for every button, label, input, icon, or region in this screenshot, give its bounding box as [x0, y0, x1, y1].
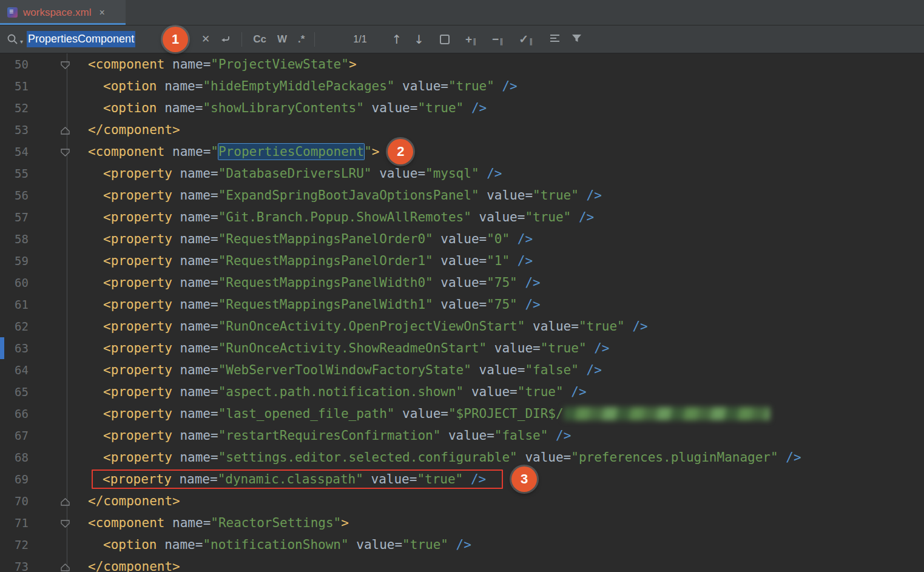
- code-line[interactable]: 51<option name="hideEmptyMiddlePackages"…: [0, 75, 924, 97]
- code-text: <property name="RequestMappingsPanelOrde…: [88, 228, 533, 250]
- code-line[interactable]: 69<property name="dynamic.classpath" val…: [0, 468, 924, 490]
- code-line[interactable]: 57<property name="Git.Branch.Popup.ShowA…: [0, 206, 924, 228]
- line-number: 70: [0, 490, 29, 512]
- fold-gutter: [29, 184, 88, 206]
- line-number: 66: [0, 403, 29, 425]
- code-text: <property name="ExpandSpringBootJavaOpti…: [88, 184, 602, 206]
- remove-occurrence-icon[interactable]: −∥: [492, 33, 503, 46]
- fold-gutter: [29, 337, 88, 359]
- code-line[interactable]: 68<property name="settings.editor.select…: [0, 446, 924, 468]
- code-line[interactable]: 66<property name="last_opened_file_path"…: [0, 403, 924, 425]
- line-number: 68: [0, 446, 29, 468]
- select-all-occurrences-icon[interactable]: ✓∥: [519, 32, 533, 46]
- code-line[interactable]: 56<property name="ExpandSpringBootJavaOp…: [0, 184, 924, 206]
- code-text: <property name="Git.Branch.Popup.ShowAll…: [88, 206, 594, 228]
- code-line[interactable]: 70</component>: [0, 490, 924, 512]
- fold-gutter: [29, 228, 88, 250]
- tab-workspace-xml[interactable]: workspace.xml ×: [0, 0, 126, 25]
- fold-gutter: [29, 75, 88, 97]
- search-input[interactable]: PropertiesComponent: [27, 31, 155, 47]
- code-line[interactable]: 61<property name="RequestMappingsPanelWi…: [0, 294, 924, 315]
- line-number: 54: [0, 141, 29, 163]
- fold-gutter: [29, 294, 88, 315]
- code-line[interactable]: 72<option name="notificationShown" value…: [0, 534, 924, 556]
- code-text: <property name="aspect.path.notification…: [88, 381, 587, 403]
- code-line[interactable]: 50<component name="ProjectViewState">: [0, 53, 924, 75]
- fold-marker-end[interactable]: [61, 126, 70, 133]
- line-number: 69: [0, 468, 29, 490]
- search-icon[interactable]: ▾: [6, 33, 23, 46]
- code-line[interactable]: 60<property name="RequestMappingsPanelWi…: [0, 272, 924, 294]
- code-text: <property name="DatabaseDriversLRU" valu…: [88, 163, 502, 184]
- editor-tab-bar: workspace.xml ×: [0, 0, 924, 25]
- code-line[interactable]: 58<property name="RequestMappingsPanelOr…: [0, 228, 924, 250]
- clear-search-icon[interactable]: ✕: [201, 33, 210, 45]
- fold-gutter: [29, 315, 88, 337]
- whole-words-toggle[interactable]: W: [277, 33, 287, 45]
- tab-title: workspace.xml: [23, 7, 91, 19]
- code-text: <component name="ProjectViewState">: [88, 53, 357, 75]
- annotation-badge-2: 2: [388, 139, 413, 164]
- line-number: 53: [0, 119, 29, 141]
- fold-gutter: [29, 53, 88, 75]
- code-line[interactable]: 71<component name="ReactorSettings">: [0, 512, 924, 534]
- line-number: 72: [0, 534, 29, 556]
- code-line[interactable]: 59<property name="RequestMappingsPanelOr…: [0, 250, 924, 272]
- regex-toggle[interactable]: .*: [298, 33, 305, 45]
- match-case-toggle[interactable]: Cc: [253, 33, 266, 45]
- find-bar: ▾ PropertiesComponent 1 ✕ Cc W .* 1/1 ↑ …: [0, 25, 924, 53]
- line-number: 59: [0, 250, 29, 272]
- code-text: <property name="RunOnceActivity.OpenProj…: [88, 315, 648, 337]
- code-text: <option name="notificationShown" value="…: [88, 534, 471, 556]
- code-line[interactable]: 55<property name="DatabaseDriversLRU" va…: [0, 163, 924, 184]
- fold-gutter: [29, 250, 88, 272]
- line-number: 73: [0, 556, 29, 572]
- fold-gutter: [29, 425, 88, 446]
- next-occurrence-button[interactable]: ↓: [414, 32, 424, 47]
- toolbar-separator: [314, 32, 315, 47]
- fold-gutter: [29, 403, 88, 425]
- code-line[interactable]: 63<property name="RunOnceActivity.ShowRe…: [0, 337, 924, 359]
- code-line[interactable]: 73</component>: [0, 556, 924, 572]
- search-in-selection-icon[interactable]: [440, 35, 450, 44]
- fold-marker-start[interactable]: [61, 519, 70, 527]
- add-occurrence-icon[interactable]: +∥: [465, 33, 476, 46]
- filter-icon[interactable]: [572, 33, 582, 45]
- code-text: <property name="settings.editor.selected…: [88, 446, 801, 468]
- newline-icon[interactable]: [220, 33, 232, 45]
- fold-gutter: [29, 206, 88, 228]
- search-match-highlight: PropertiesComponent: [218, 144, 364, 160]
- code-line[interactable]: 52<option name="showLibraryContents" val…: [0, 97, 924, 119]
- fold-marker-start[interactable]: [61, 60, 70, 68]
- code-line[interactable]: 62<property name="RunOnceActivity.OpenPr…: [0, 315, 924, 337]
- code-line[interactable]: 64<property name="WebServerToolWindowFac…: [0, 359, 924, 381]
- line-number: 64: [0, 359, 29, 381]
- annotation-badge-3: 3: [511, 466, 537, 492]
- code-line[interactable]: 65<property name="aspect.path.notificati…: [0, 381, 924, 403]
- line-number: 57: [0, 206, 29, 228]
- code-text: <component name="PropertiesComponent">: [88, 141, 379, 163]
- editor[interactable]: 50<component name="ProjectViewState">51<…: [0, 53, 924, 572]
- code-line[interactable]: 53</component>: [0, 119, 924, 141]
- line-number: 56: [0, 184, 29, 206]
- code-text: <property name="RunOnceActivity.ShowRead…: [88, 337, 609, 359]
- tab-close-icon[interactable]: ×: [99, 7, 104, 18]
- fold-marker-end[interactable]: [61, 497, 70, 505]
- code-line[interactable]: 54<component name="PropertiesComponent">…: [0, 141, 924, 163]
- fold-marker-start[interactable]: [61, 147, 70, 155]
- fold-marker-end[interactable]: [61, 562, 70, 570]
- line-number: 63: [0, 337, 29, 359]
- search-history-chevron-icon[interactable]: ▾: [20, 38, 23, 45]
- horizontal-lines-icon[interactable]: [550, 33, 561, 45]
- fold-gutter: [29, 141, 88, 163]
- code-text: <property name="RequestMappingsPanelWidt…: [88, 294, 541, 315]
- fold-gutter: [29, 556, 88, 572]
- code-text: <property name="WebServerToolWindowFacto…: [88, 359, 602, 381]
- line-number: 65: [0, 381, 29, 403]
- search-query-text: PropertiesComponent: [27, 31, 135, 47]
- code-line[interactable]: 67<property name="restartRequiresConfirm…: [0, 425, 924, 446]
- previous-occurrence-button[interactable]: ↑: [391, 32, 402, 47]
- line-number: 61: [0, 294, 29, 315]
- code-text: </component>: [88, 490, 180, 512]
- line-number: 52: [0, 97, 29, 119]
